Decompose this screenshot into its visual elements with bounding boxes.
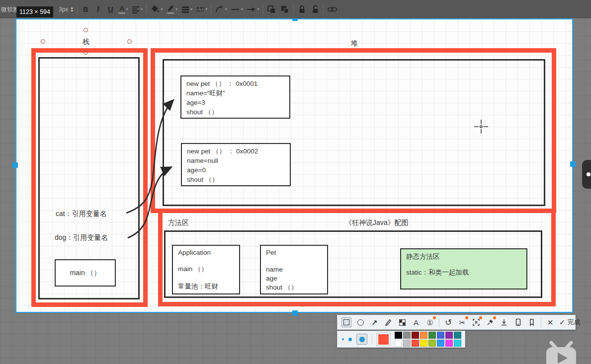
selection-handle-left[interactable] <box>12 162 18 168</box>
text-selection-handle[interactable] <box>84 50 88 55</box>
bold-button[interactable]: B <box>81 3 90 15</box>
application-class-box: Application main （） 常量池：旺财 <box>172 245 240 294</box>
stroke-style-toolbar <box>337 331 465 348</box>
size-dot-small[interactable] <box>342 338 344 340</box>
selection-handle-right[interactable] <box>570 161 576 167</box>
color-swatch[interactable] <box>395 332 402 339</box>
color-swatch[interactable] <box>428 340 436 347</box>
color-swatch[interactable] <box>437 332 444 339</box>
unlock-button[interactable] <box>310 3 320 15</box>
color-swatch[interactable] <box>420 332 427 339</box>
stepper-arrows-icon[interactable]: ▲▼ <box>70 6 74 12</box>
color-swatch[interactable] <box>454 340 461 347</box>
color-swatch[interactable] <box>420 340 427 347</box>
application-line: main （） <box>178 265 234 274</box>
text-selection-handle[interactable] <box>127 39 132 44</box>
copy-button[interactable] <box>266 3 276 15</box>
static-area-line: static：和类一起加载 <box>406 268 521 277</box>
bookmark-button[interactable] <box>527 317 537 327</box>
color-swatch[interactable] <box>403 332 411 339</box>
duplicate-icon <box>280 4 290 14</box>
toolbar-separator <box>77 4 78 15</box>
pet-line: age <box>266 274 322 283</box>
undo-button[interactable]: ↺ <box>443 317 453 327</box>
pin-tool[interactable] <box>485 317 495 327</box>
color-swatch[interactable] <box>445 340 453 347</box>
line-weight-button[interactable]: ▾ <box>181 3 192 15</box>
screen-clip-tool[interactable]: ✂ <box>457 317 467 327</box>
color-swatch[interactable] <box>428 332 436 339</box>
current-color-swatch[interactable] <box>377 333 390 346</box>
dash-style-icon <box>196 5 205 14</box>
size-dot-large-selected[interactable] <box>356 334 367 345</box>
object2-line: age=0 <box>187 165 285 175</box>
check-icon: ✓ <box>559 318 566 327</box>
color-swatch[interactable] <box>403 340 411 347</box>
close-icon: × <box>547 317 553 327</box>
send-to-phone-button[interactable] <box>513 317 523 327</box>
application-title: Application <box>178 249 234 256</box>
stroke-color-button[interactable]: ▾ <box>166 3 177 15</box>
ellipse-tool[interactable] <box>355 317 365 327</box>
toolbar-separator <box>211 4 211 15</box>
selection-handle-bottom[interactable] <box>292 310 298 316</box>
object1-line: new pet （） ： 0x0001 <box>186 79 284 88</box>
color-swatch[interactable] <box>454 332 461 339</box>
mosaic-icon <box>399 319 406 326</box>
align-icon <box>131 5 140 14</box>
marker-pen-icon <box>166 4 175 12</box>
ocr-tool[interactable] <box>471 317 481 327</box>
text-selection-handle[interactable] <box>84 28 88 32</box>
duplicate-button[interactable] <box>280 3 290 15</box>
notification-dot <box>479 316 482 319</box>
diagram-caption: 《狂神说Java》配图 <box>345 218 409 227</box>
link-button[interactable] <box>327 3 338 15</box>
mosaic-tool[interactable] <box>397 317 407 327</box>
save-button[interactable] <box>499 317 509 327</box>
method-area-label: 方法区 <box>168 218 189 227</box>
undo-icon: ↺ <box>445 318 452 327</box>
color-swatch[interactable] <box>395 340 402 347</box>
text-tool[interactable]: A <box>411 317 421 327</box>
side-panel-tab[interactable] <box>582 160 591 189</box>
italic-button[interactable]: I <box>93 3 102 15</box>
side-panel-dot-icon <box>587 172 591 176</box>
toolbar-separator <box>323 4 324 15</box>
line-style-button[interactable]: ▾ <box>196 3 207 15</box>
text-icon: A <box>414 319 419 326</box>
cancel-button[interactable]: × <box>545 317 555 327</box>
curve-arrow-icon <box>215 4 224 14</box>
line-tool-button[interactable]: ▾ <box>230 3 243 15</box>
copy-icon <box>266 4 276 14</box>
rectangle-tool[interactable] <box>341 317 351 327</box>
lock-button[interactable] <box>297 3 307 15</box>
step-number-tool[interactable]: ① <box>425 317 435 327</box>
text-selection-handle[interactable] <box>41 39 45 44</box>
color-swatch[interactable] <box>412 332 419 339</box>
text-color-button[interactable]: A ▾ <box>118 3 128 15</box>
underline-button[interactable]: U <box>106 3 115 15</box>
done-button[interactable]: ✓ 完成 <box>559 318 581 327</box>
toolbar-separator <box>541 317 541 327</box>
color-swatch[interactable] <box>445 332 453 339</box>
curve-tool-button[interactable]: ▾ <box>215 3 227 15</box>
align-button[interactable]: ▾ <box>131 3 143 15</box>
static-method-area-box: 静态方法区 static：和类一起加载 <box>400 248 527 290</box>
notification-dot <box>465 316 468 319</box>
size-dot-medium[interactable] <box>348 338 352 341</box>
color-swatch[interactable] <box>437 340 444 347</box>
arrow-tool-button[interactable]: ▾ <box>246 3 259 15</box>
object2-line: new pet （） ： 0x0002 <box>187 146 285 156</box>
paint-bucket-icon <box>150 4 160 14</box>
pet-title: Pet <box>266 249 322 256</box>
arrow-tool[interactable]: ↗ <box>369 317 379 327</box>
stroke-width-stepper[interactable]: 3px ▲▼ <box>59 3 74 15</box>
pencil-tool[interactable] <box>383 317 393 327</box>
pencil-icon <box>384 318 392 326</box>
color-palette <box>395 332 461 347</box>
selection-size-badge: 1123 × 594 <box>16 6 53 17</box>
fill-color-button[interactable]: ▾ <box>150 3 163 15</box>
object1-line: name=“旺财” <box>186 88 284 98</box>
application-line: 常量池：旺财 <box>178 282 234 291</box>
color-swatch[interactable] <box>412 340 419 347</box>
